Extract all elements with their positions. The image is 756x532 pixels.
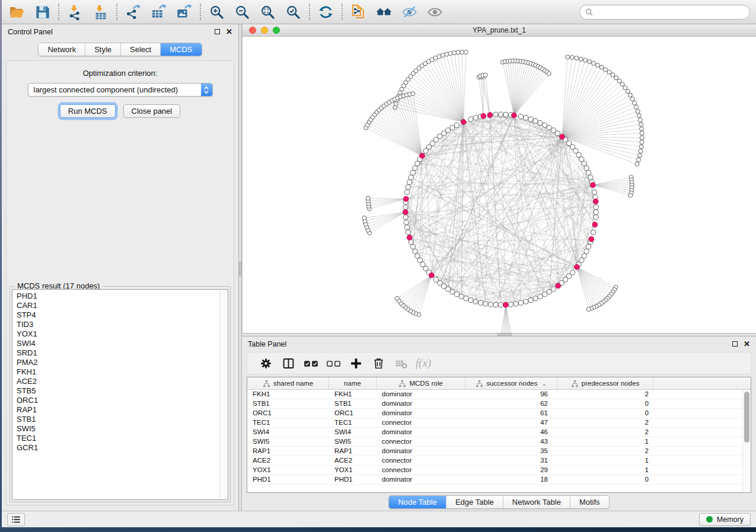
- hide-selected-icon: [401, 4, 417, 20]
- float-panel-icon[interactable]: [215, 29, 220, 34]
- column-header-predecessor-nodes[interactable]: predecessor nodes: [557, 377, 653, 389]
- task-history-button[interactable]: [7, 513, 25, 526]
- scrollbar-thumb[interactable]: [744, 392, 749, 443]
- table-cell: RAP1: [247, 447, 329, 456]
- criterion-value: largest connected component (undirected): [34, 85, 178, 94]
- close-panel-button[interactable]: Close panel: [123, 104, 181, 118]
- mcds-result-item[interactable]: TID3: [17, 320, 218, 329]
- table-row[interactable]: FKH1FKH1dominator962: [247, 390, 751, 399]
- network-canvas[interactable]: [243, 37, 756, 333]
- criterion-dropdown[interactable]: largest connected component (undirected): [28, 83, 213, 97]
- duplicate-network-button[interactable]: [346, 2, 371, 22]
- vertical-splitter[interactable]: [238, 24, 242, 511]
- tab-select[interactable]: Select: [121, 43, 161, 56]
- zoom-in-button[interactable]: [204, 2, 229, 22]
- network-graph[interactable]: [243, 37, 756, 333]
- mcds-result-item[interactable]: SWI4: [17, 339, 218, 348]
- mcds-result-item[interactable]: ACE2: [17, 377, 218, 386]
- table-scrollbar[interactable]: [742, 390, 751, 492]
- mcds-result-list[interactable]: PHD1CAR1STP4TID3YOX1SWI4SRD1PMA2FKH1ACE2…: [12, 289, 228, 500]
- open-session-button[interactable]: [4, 2, 30, 22]
- splitter-handle[interactable]: [239, 261, 241, 277]
- tab-node-table[interactable]: Node Table: [389, 496, 446, 508]
- mcds-result-item[interactable]: SRD1: [17, 348, 218, 358]
- table-row[interactable]: SWI4SWI4dominator462: [247, 428, 751, 437]
- mcds-result-item[interactable]: SWI5: [17, 424, 218, 434]
- column-header-name[interactable]: name: [329, 377, 377, 389]
- mcds-result-item[interactable]: RAP1: [17, 405, 218, 415]
- zoom-fit-button[interactable]: [255, 2, 280, 22]
- mcds-result-item[interactable]: YOX1: [17, 329, 218, 339]
- refresh-button[interactable]: [313, 2, 339, 22]
- mcds-homes-button[interactable]: [371, 2, 397, 22]
- zoom-selected-button[interactable]: [280, 2, 306, 22]
- column-header-successor-nodes[interactable]: successor nodes⌄: [465, 377, 557, 389]
- table-row[interactable]: YOX1YOX1connector291: [247, 466, 751, 475]
- mcds-result-item[interactable]: STB1: [17, 415, 218, 424]
- mcds-result-item[interactable]: FKH1: [17, 367, 218, 377]
- table-toolbar: f(x): [247, 352, 751, 374]
- show-all-button[interactable]: [422, 2, 448, 22]
- table-row[interactable]: ORC1ORC1dominator610: [247, 409, 751, 418]
- table-row[interactable]: PHD1PHD1dominator180: [247, 475, 751, 485]
- column-menu-icon[interactable]: ⌄: [541, 380, 546, 387]
- export-network-button[interactable]: [120, 2, 146, 22]
- choose-columns-button[interactable]: [277, 354, 299, 373]
- table-cell: 43: [465, 437, 557, 446]
- close-panel-icon[interactable]: ✕: [744, 340, 750, 348]
- column-header-MCDS-role[interactable]: MCDS role: [377, 377, 465, 389]
- export-image-icon: [176, 4, 192, 20]
- tab-network[interactable]: Network: [39, 43, 85, 56]
- network-title: YPA_prune.txt_1: [243, 26, 756, 34]
- search-input[interactable]: [596, 8, 745, 16]
- tab-motifs[interactable]: Motifs: [570, 496, 609, 508]
- table-row[interactable]: SWI5SWI5connector431: [247, 437, 751, 447]
- export-image-button[interactable]: [171, 2, 197, 22]
- save-session-button[interactable]: [30, 2, 55, 22]
- mcds-result-item[interactable]: ORC1: [17, 396, 218, 405]
- zoom-out-icon: [234, 4, 250, 20]
- add-column-button[interactable]: [344, 354, 367, 373]
- import-network-icon: [67, 4, 83, 20]
- column-header-shared-name[interactable]: shared name: [247, 377, 329, 389]
- splitter-handle[interactable]: [497, 334, 512, 336]
- table-row[interactable]: ACE2ACE2connector311: [247, 456, 751, 466]
- deselect-all-columns-button[interactable]: [322, 354, 344, 373]
- table-row[interactable]: TEC1TEC1connector472: [247, 418, 751, 428]
- mcds-result-item[interactable]: STB5: [17, 386, 218, 396]
- mcds-result-item[interactable]: STP4: [17, 310, 218, 320]
- table-cell: 62: [465, 399, 557, 408]
- import-network-button[interactable]: [62, 2, 88, 22]
- table-row[interactable]: RAP1RAP1dominator352: [247, 447, 751, 456]
- memory-button[interactable]: Memory: [699, 513, 751, 526]
- result-list-scrollbar[interactable]: [219, 290, 227, 499]
- tab-style[interactable]: Style: [85, 43, 121, 56]
- hide-selected-button[interactable]: [397, 2, 422, 22]
- search-box[interactable]: [579, 5, 750, 20]
- export-table-button[interactable]: [146, 2, 171, 22]
- tab-network-table[interactable]: Network Table: [503, 496, 570, 508]
- zoom-out-button[interactable]: [229, 2, 255, 22]
- save-session-icon: [34, 4, 50, 20]
- import-table-button[interactable]: [88, 2, 113, 22]
- mcds-result-item[interactable]: TEC1: [17, 434, 218, 443]
- run-mcds-button[interactable]: Run MCDS: [60, 104, 116, 118]
- select-all-columns-button[interactable]: [299, 354, 322, 373]
- mcds-result-item[interactable]: PMA2: [17, 358, 218, 367]
- table-settings-button[interactable]: [254, 354, 277, 373]
- horizontal-splitter[interactable]: [242, 333, 756, 336]
- close-panel-icon[interactable]: ✕: [226, 28, 232, 36]
- network-window-titlebar[interactable]: YPA_prune.txt_1: [243, 24, 756, 37]
- tab-edge-table[interactable]: Edge Table: [446, 496, 503, 508]
- toolbar-separator: [200, 4, 201, 20]
- delete-column-button[interactable]: [367, 354, 390, 373]
- float-panel-icon[interactable]: [732, 341, 738, 347]
- toolbar-separator: [342, 4, 343, 20]
- mcds-result-item[interactable]: CAR1: [17, 301, 218, 310]
- mcds-result-item[interactable]: PHD1: [17, 291, 218, 301]
- table-cell: SWI5: [329, 437, 377, 446]
- mcds-result-item[interactable]: GCR1: [17, 443, 218, 453]
- table-row[interactable]: STB1STB1dominator620: [247, 399, 751, 409]
- tab-mcds[interactable]: MCDS: [161, 43, 201, 56]
- table-body: FKH1FKH1dominator962STB1STB1dominator620…: [247, 390, 751, 485]
